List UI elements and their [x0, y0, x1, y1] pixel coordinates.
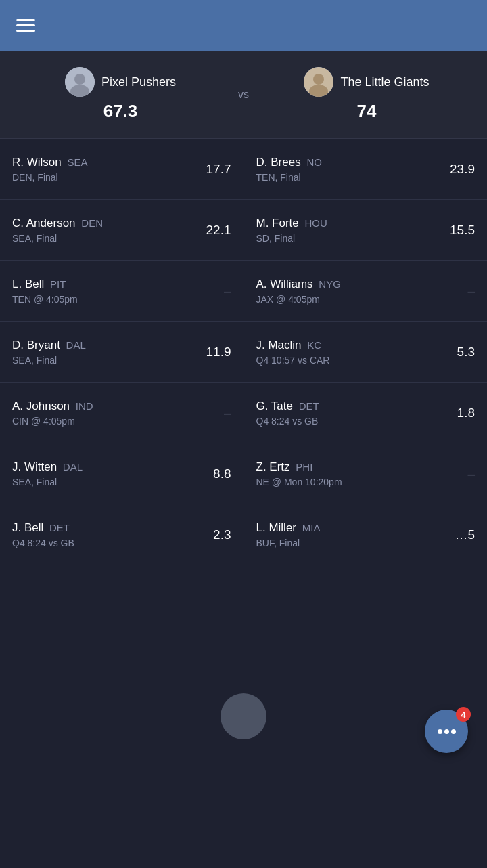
- svg-point-1: [74, 74, 85, 85]
- player-cell-right: Z. Ertz PHI NE @ Mon 10:20pm –: [244, 443, 488, 504]
- chat-icon: [438, 729, 456, 734]
- vs-label: vs: [227, 89, 260, 101]
- team-right-score: 74: [357, 101, 377, 122]
- menu-button[interactable]: [16, 19, 35, 32]
- player-name: M. Forte HOU: [256, 217, 476, 230]
- table-row: D. Bryant DAL SEA, Final 11.9 J. Maclin …: [0, 322, 487, 383]
- team-left-name: Pixel Pushers: [101, 75, 176, 89]
- scroll-indicator: [221, 693, 266, 739]
- chat-button[interactable]: 4: [425, 710, 468, 753]
- player-name: A. Williams NYG: [256, 278, 476, 291]
- table-row: J. Witten DAL SEA, Final 8.8 Z. Ertz PHI…: [0, 443, 487, 504]
- player-cell-right: G. Tate DET Q4 8:24 vs GB 1.8: [244, 383, 488, 443]
- player-cell-left: D. Bryant DAL SEA, Final 11.9: [0, 322, 244, 382]
- player-name: L. Bell PIT: [12, 278, 231, 291]
- team-right: The Little Giants 74: [260, 67, 473, 122]
- team-right-name: The Little Giants: [340, 75, 429, 89]
- table-row: L. Bell PIT TEN @ 4:05pm – A. Williams N…: [0, 261, 487, 322]
- player-cell-right: M. Forte HOU SD, Final 15.5: [244, 200, 488, 260]
- table-row: J. Bell DET Q4 8:24 vs GB 2.3 L. Miller …: [0, 504, 487, 565]
- phone-frame: Pixel Pushers 67.3 vs The Little Giants …: [0, 0, 487, 868]
- player-name: L. Miller MIA: [256, 521, 476, 535]
- player-name: G. Tate DET: [256, 399, 476, 413]
- player-cell-right: L. Miller MIA BUF, Final …5: [244, 504, 488, 565]
- svg-point-4: [313, 74, 324, 85]
- chat-badge: 4: [456, 707, 471, 722]
- player-name: D. Brees NO: [256, 156, 476, 169]
- player-name: J. Maclin KC: [256, 339, 476, 352]
- table-row: R. Wilson SEA DEN, Final 17.7 D. Brees N…: [0, 139, 487, 200]
- player-cell-left: J. Bell DET Q4 8:24 vs GB 2.3: [0, 504, 244, 565]
- header: [0, 0, 487, 51]
- player-name: A. Johnson IND: [12, 399, 231, 413]
- players-table: R. Wilson SEA DEN, Final 17.7 D. Brees N…: [0, 139, 487, 565]
- team-left-avatar: [65, 67, 95, 97]
- player-cell-left: J. Witten DAL SEA, Final 8.8: [0, 443, 244, 504]
- player-name: J. Witten DAL: [12, 460, 231, 474]
- player-cell-left: C. Anderson DEN SEA, Final 22.1: [0, 200, 244, 260]
- team-right-avatar: [304, 67, 333, 97]
- player-name: C. Anderson DEN: [12, 217, 231, 230]
- player-cell-right: A. Williams NYG JAX @ 4:05pm –: [244, 261, 488, 321]
- player-name: J. Bell DET: [12, 521, 231, 535]
- matchup-header: Pixel Pushers 67.3 vs The Little Giants …: [0, 51, 487, 139]
- player-cell-left: A. Johnson IND CIN @ 4:05pm –: [0, 383, 244, 443]
- player-cell-right: J. Maclin KC Q4 10:57 vs CAR 5.3: [244, 322, 488, 382]
- player-cell-left: R. Wilson SEA DEN, Final 17.7: [0, 139, 244, 199]
- team-left: Pixel Pushers 67.3: [14, 67, 227, 122]
- table-row: C. Anderson DEN SEA, Final 22.1 M. Forte…: [0, 200, 487, 261]
- player-name: R. Wilson SEA: [12, 156, 231, 169]
- player-name: Z. Ertz PHI: [256, 460, 476, 474]
- player-name: D. Bryant DAL: [12, 339, 231, 352]
- table-row: A. Johnson IND CIN @ 4:05pm – G. Tate DE…: [0, 383, 487, 443]
- team-left-score: 67.3: [103, 101, 138, 122]
- player-cell-right: D. Brees NO TEN, Final 23.9: [244, 139, 488, 199]
- player-cell-left: L. Bell PIT TEN @ 4:05pm –: [0, 261, 244, 321]
